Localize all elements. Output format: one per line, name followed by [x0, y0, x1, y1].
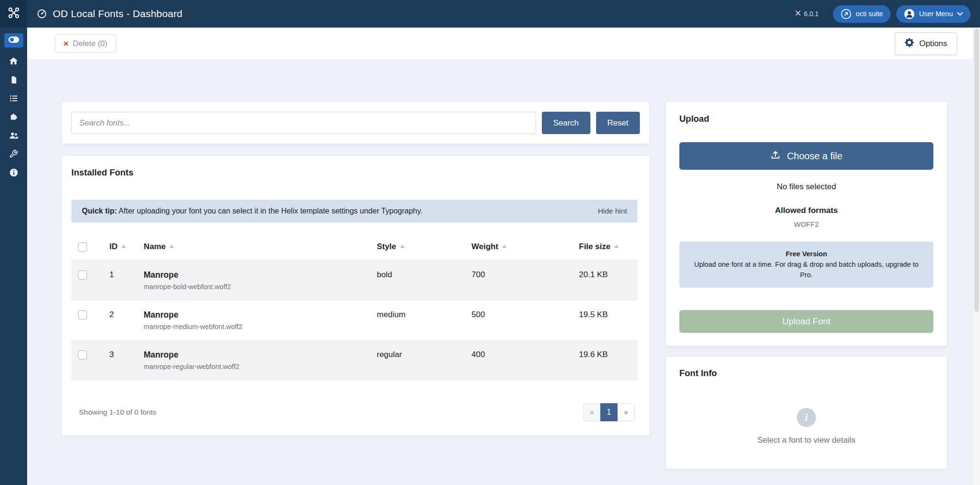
column-header-filesize[interactable]: File size: [564, 242, 637, 252]
column-header-name[interactable]: Name: [143, 242, 376, 252]
sort-caret-icon: [121, 245, 126, 248]
column-header-style[interactable]: Style: [376, 242, 469, 252]
font-name: Manrope: [144, 270, 376, 280]
search-input[interactable]: [71, 112, 536, 134]
table-row: 1 Manrope manrope-bold-webfont.woff2 bol…: [71, 261, 637, 301]
free-version-notice: Free Version Upload one font at a time. …: [679, 242, 933, 288]
toggle-icon: [8, 36, 20, 45]
font-filename: manrope-medium-webfont.woff2: [144, 323, 376, 330]
font-info-title: Font Info: [679, 368, 933, 378]
select-all-checkbox[interactable]: [78, 242, 87, 252]
quick-tip-banner: Quick tip: After uploading your font you…: [71, 200, 637, 223]
header-title-area: OD Local Fonts - Dashboard: [37, 8, 795, 19]
page-title: OD Local Fonts - Dashboard: [53, 8, 183, 19]
table-header: ID Name Style Weight File size: [71, 236, 637, 261]
list-icon: [9, 94, 19, 103]
version-number: 6.0.1: [804, 10, 819, 18]
font-id: 1: [100, 261, 143, 289]
info-circle-icon: [9, 168, 19, 177]
font-info-card: Font Info i Select a font to view detail…: [666, 357, 947, 469]
sort-caret-icon: [169, 245, 174, 248]
user-icon: [904, 9, 915, 19]
sort-caret-icon: [400, 245, 405, 248]
quick-tip-text: Quick tip: After uploading your font you…: [82, 207, 422, 215]
dashboard-gauge-icon: [37, 9, 47, 19]
delete-button[interactable]: × Delete (0): [55, 34, 116, 53]
row-checkbox[interactable]: [78, 310, 87, 320]
sidebar-item-users[interactable]: [0, 126, 27, 145]
toolbar: × Delete (0) Options: [27, 28, 980, 59]
column-header-id[interactable]: ID: [100, 242, 143, 252]
font-id: 3: [100, 340, 143, 369]
octi-suite-label: octi suite: [856, 10, 883, 18]
font-filesize: 19.6 KB: [564, 340, 637, 369]
font-info-empty-state: i Select a font to view details: [679, 408, 933, 445]
pagination: « 1 »: [583, 403, 635, 421]
font-id: 2: [100, 301, 143, 329]
free-version-text: Upload one font at a time. For drag & dr…: [694, 261, 919, 279]
external-link-icon: [841, 9, 852, 19]
table-row: 2 Manrope manrope-medium-webfont.woff2 m…: [71, 301, 637, 340]
sidebar-item-menus[interactable]: [0, 89, 27, 107]
file-icon: [10, 76, 18, 84]
upload-title: Upload: [679, 114, 933, 124]
wrench-icon: [9, 149, 18, 158]
joomla-logo[interactable]: [0, 0, 27, 28]
home-icon: [9, 56, 19, 66]
sidebar-item-components[interactable]: [0, 107, 27, 126]
row-checkbox[interactable]: [78, 350, 87, 359]
font-weight: 400: [469, 340, 564, 369]
hide-hint-link[interactable]: Hide hint: [598, 207, 627, 215]
info-icon: i: [797, 408, 816, 427]
sidebar-item-articles[interactable]: [0, 70, 27, 89]
top-bar: OD Local Fonts - Dashboard 6.0.1 octi su…: [0, 0, 980, 28]
font-filesize: 19.5 KB: [564, 301, 637, 329]
upload-font-button[interactable]: Upload Font: [679, 310, 933, 333]
allowed-formats-value: WOFF2: [679, 220, 933, 228]
table-row: 3 Manrope manrope-regular-webfont.woff2 …: [71, 340, 637, 380]
chevron-down-icon: [957, 12, 963, 16]
options-button[interactable]: Options: [895, 32, 957, 55]
search-button[interactable]: Search: [542, 112, 590, 134]
upload-column: Upload Choose a file No files selected A…: [666, 102, 947, 469]
sidebar-item-help[interactable]: [0, 163, 27, 182]
font-style: regular: [376, 340, 469, 369]
sidebar-items: [0, 52, 27, 182]
row-checkbox[interactable]: [78, 271, 87, 280]
font-style: bold: [376, 261, 469, 289]
pagination-prev-button[interactable]: «: [583, 403, 600, 421]
sidebar-item-home[interactable]: [0, 52, 27, 70]
sidebar-item-system[interactable]: [0, 145, 27, 163]
pagination-next-button[interactable]: »: [617, 403, 635, 421]
app-root: OD Local Fonts - Dashboard 6.0.1 octi su…: [0, 0, 980, 485]
search-card: Search Reset: [62, 102, 649, 144]
header-right: 6.0.1 octi suite: [795, 5, 970, 23]
scrollbar-thumb[interactable]: [974, 29, 979, 312]
free-version-title: Free Version: [693, 249, 920, 260]
menu-toggle-button[interactable]: [4, 33, 23, 48]
gear-icon: [905, 38, 914, 49]
installed-fonts-title: Installed Fonts: [71, 167, 637, 178]
octi-suite-button[interactable]: octi suite: [833, 5, 891, 23]
column-header-weight[interactable]: Weight: [469, 242, 564, 252]
font-filename: manrope-regular-webfont.woff2: [144, 363, 376, 370]
no-files-text: No files selected: [679, 182, 933, 192]
pagination-page-1[interactable]: 1: [600, 403, 617, 421]
font-info-empty-text: Select a font to view details: [757, 436, 855, 445]
scrollbar[interactable]: [973, 28, 980, 485]
table-footer: Showing 1-10 of 0 fonts « 1 »: [71, 403, 637, 421]
reset-button[interactable]: Reset: [596, 112, 640, 134]
choose-file-button[interactable]: Choose a file: [679, 142, 933, 170]
allowed-formats-title: Allowed formats: [679, 206, 933, 215]
fonts-column: Search Reset Installed Fonts Quick tip: …: [62, 102, 649, 436]
font-filesize: 20.1 KB: [564, 261, 637, 289]
installed-fonts-card: Installed Fonts Quick tip: After uploadi…: [62, 156, 649, 436]
font-weight: 700: [469, 261, 564, 289]
choose-file-label: Choose a file: [787, 151, 843, 162]
user-menu-button[interactable]: User Menu: [896, 5, 970, 23]
font-name: Manrope: [144, 310, 376, 320]
delete-x-icon: ×: [63, 39, 69, 48]
options-label: Options: [919, 39, 947, 48]
version-icon: [795, 10, 801, 18]
sidebar: [0, 28, 27, 485]
